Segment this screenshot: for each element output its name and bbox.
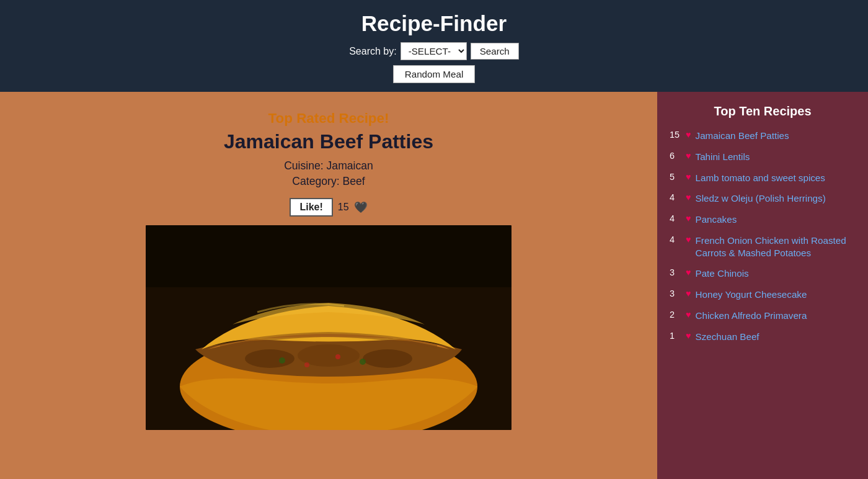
recipe-list-item: 15 ♥ Jamaican Beef Patties [670, 130, 856, 142]
recipe-cuisine: Cuisine: Jamaican [284, 159, 373, 172]
recipe-rank: 4 [670, 192, 683, 202]
heart-icon: ♥ [686, 151, 691, 161]
recipe-list-item: 5 ♥ Lamb tomato and sweet spices [670, 172, 856, 184]
recipe-rank: 15 [670, 130, 683, 140]
svg-rect-10 [146, 225, 512, 287]
like-button[interactable]: Like! [290, 198, 332, 217]
heart-icon: ♥ [686, 267, 691, 277]
like-row: Like! 15 🖤 [290, 198, 367, 217]
food-image-svg [146, 225, 512, 430]
recipe-list-item: 1 ♥ Szechuan Beef [670, 331, 856, 343]
heart-icon: ♥ [686, 213, 691, 223]
recipe-link[interactable]: Honey Yogurt Cheesecake [696, 289, 807, 301]
heart-icon: ♥ [686, 331, 691, 341]
recipe-list-item: 2 ♥ Chicken Alfredo Primavera [670, 310, 856, 322]
recipe-link[interactable]: Pancakes [696, 213, 737, 226]
recipe-rank: 1 [670, 331, 683, 341]
recipe-link[interactable]: Chicken Alfredo Primavera [696, 310, 807, 322]
heart-icon: ♥ [686, 130, 691, 140]
recipe-rank: 4 [670, 213, 683, 223]
heart-icon: ♥ [686, 310, 691, 320]
recipe-link[interactable]: Tahini Lentils [696, 151, 750, 163]
random-row: Random Meal [0, 65, 868, 83]
svg-point-8 [360, 359, 366, 365]
recipe-rank: 3 [670, 267, 683, 277]
svg-point-7 [335, 354, 340, 359]
recipe-rank: 5 [670, 172, 683, 182]
search-button[interactable]: Search [471, 43, 519, 60]
recipe-list-item: 4 ♥ Sledz w Oleju (Polish Herrings) [670, 192, 856, 205]
sidebar: Top Ten Recipes 15 ♥ Jamaican Beef Patti… [657, 92, 868, 479]
recipe-category: Category: Beef [292, 175, 365, 188]
heart-icon: ♥ [686, 192, 691, 202]
search-select[interactable]: -SELECT- Name Ingredient Category Cuisin… [401, 42, 467, 60]
top-rated-label: Top Rated Recipe! [268, 110, 389, 127]
recipe-link[interactable]: Pate Chinois [696, 267, 749, 280]
recipe-link[interactable]: Sledz w Oleju (Polish Herrings) [696, 192, 826, 205]
heart-icon: ♥ [686, 289, 691, 298]
main-content: Top Rated Recipe! Jamaican Beef Patties … [0, 92, 657, 479]
recipe-link[interactable]: Lamb tomato and sweet spices [696, 172, 825, 184]
recipe-title: Jamaican Beef Patties [224, 130, 433, 153]
recipe-link[interactable]: Jamaican Beef Patties [696, 130, 789, 142]
recipe-rank: 2 [670, 310, 683, 320]
recipe-link[interactable]: Szechuan Beef [696, 331, 760, 343]
recipe-list-item: 3 ♥ Pate Chinois [670, 267, 856, 280]
svg-point-9 [304, 362, 309, 367]
recipe-list-item: 3 ♥ Honey Yogurt Cheesecake [670, 289, 856, 301]
svg-point-6 [279, 357, 285, 364]
recipe-rank: 3 [670, 289, 683, 298]
search-row: Search by: -SELECT- Name Ingredient Cate… [0, 42, 868, 60]
heart-icon: ♥ [686, 172, 691, 182]
main-layout: Top Rated Recipe! Jamaican Beef Patties … [0, 92, 868, 479]
svg-point-5 [363, 349, 412, 368]
header: Recipe-Finder Search by: -SELECT- Name I… [0, 0, 868, 92]
svg-point-3 [245, 349, 294, 368]
sidebar-heading: Top Ten Recipes [670, 104, 856, 119]
recipe-rank: 4 [670, 235, 683, 244]
recipe-list: 15 ♥ Jamaican Beef Patties 6 ♥ Tahini Le… [670, 130, 856, 342]
random-meal-button[interactable]: Random Meal [393, 65, 476, 83]
like-count: 15 [338, 202, 349, 213]
recipe-list-item: 4 ♥ French Onion Chicken with Roasted Ca… [670, 235, 856, 259]
recipe-rank: 6 [670, 151, 683, 161]
heart-icon: ♥ [686, 235, 691, 244]
recipe-list-item: 4 ♥ Pancakes [670, 213, 856, 226]
app-title: Recipe-Finder [0, 11, 868, 36]
recipe-link[interactable]: French Onion Chicken with Roasted Carrot… [696, 235, 856, 259]
search-by-label: Search by: [349, 46, 396, 57]
recipe-list-item: 6 ♥ Tahini Lentils [670, 151, 856, 163]
food-image [146, 225, 512, 430]
heart-icon: 🖤 [354, 201, 368, 214]
